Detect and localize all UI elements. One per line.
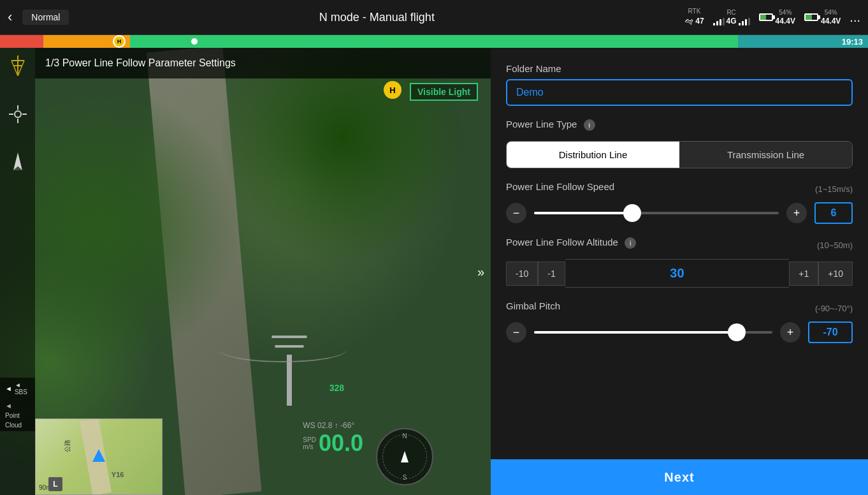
- follow-altitude-range: (10~50m): [817, 240, 853, 250]
- speed-slider-track[interactable]: [534, 212, 779, 214]
- sbs-arrow-icon: ◄: [5, 385, 12, 392]
- battery2-voltage: 44.4V: [821, 17, 841, 27]
- gimbal-plus-button[interactable]: +: [780, 322, 800, 343]
- gimbal-pitch-range: (-90~-70°): [815, 304, 853, 313]
- status-icons: RTK 🛩 47 RC 4G: [684, 7, 860, 27]
- compass-s: S: [403, 474, 407, 481]
- camera-panel: ◄ ◄ SBS ◄ Point Cloud 1/3 Power Line Fol…: [0, 48, 491, 495]
- power-tower: [270, 329, 308, 406]
- altitude-value-display: 30: [565, 259, 790, 288]
- compass-widget: N S: [376, 428, 433, 485]
- progress-marker: H: [113, 35, 126, 48]
- rc-signal: 4G: [727, 17, 737, 27]
- battery2-icon: [804, 13, 818, 21]
- power-line-type-section: Power Line Type i Distribution Line Tran…: [506, 119, 853, 168]
- svg-line-4: [18, 61, 24, 76]
- sbs-button[interactable]: ◄ ◄ SBS: [0, 378, 35, 399]
- altitude-stepper-row: -10 -1 30 +1 +10: [506, 259, 853, 288]
- power-line-type-toggle: Distribution Line Transmission Line: [506, 141, 853, 168]
- altitude-plus1-button[interactable]: +1: [789, 262, 818, 286]
- folder-name-input[interactable]: [506, 79, 853, 106]
- mini-map-waypoint: Y16: [112, 471, 159, 478]
- speed-minus-button[interactable]: −: [506, 203, 526, 223]
- altitude-plus10-button[interactable]: +10: [818, 262, 853, 286]
- follow-speed-section: Power Line Follow Speed (1~15m/s) − + 6: [506, 181, 853, 224]
- progress-dot: [191, 38, 198, 45]
- rtk-value: 47: [695, 17, 704, 27]
- speed-slider-thumb[interactable]: [623, 204, 641, 222]
- follow-altitude-section: Power Line Follow Altitude i (10~50m) -1…: [506, 237, 853, 288]
- battery1-percent: 54%: [779, 8, 792, 17]
- point-cloud-arrow-icon: ◄: [5, 402, 12, 410]
- altitude-value: 328: [329, 383, 344, 393]
- follow-speed-label: Power Line Follow Speed: [506, 181, 614, 192]
- speed-slider-fill: [534, 212, 632, 214]
- altitude-minus10-button[interactable]: -10: [506, 262, 538, 286]
- folder-name-label: Folder Name: [506, 63, 853, 74]
- rc-label: RC: [727, 8, 735, 17]
- chevron-right-icon[interactable]: »: [477, 264, 484, 279]
- gimbal-value-box[interactable]: -70: [808, 321, 853, 343]
- follow-altitude-label: Power Line Follow Altitude i: [506, 237, 636, 249]
- panel-header: 1/3 Power Line Follow Parameter Settings: [35, 48, 491, 78]
- svg-line-3: [11, 61, 18, 76]
- gimbal-slider-track[interactable]: [534, 331, 772, 334]
- 4g-signal-icon: [739, 18, 750, 26]
- progress-bar: H 19:13: [0, 35, 868, 48]
- gimbal-pitch-label: Gimbal Pitch: [506, 300, 560, 311]
- mini-map-arrow: [92, 449, 105, 462]
- signal-bars-icon: [713, 18, 725, 26]
- battery1-voltage: 44.4V: [776, 17, 795, 27]
- crosshair-icon[interactable]: [9, 105, 27, 127]
- more-button[interactable]: ...: [850, 10, 860, 25]
- power-line: [219, 337, 347, 362]
- battery1-icon: [759, 13, 773, 21]
- point-cloud-label2: Cloud: [5, 422, 22, 429]
- side-labels: ◄ ◄ SBS ◄ Point Cloud: [0, 378, 35, 431]
- gimbal-pitch-section: Gimbal Pitch (-90~-70°) − + -70: [506, 300, 853, 343]
- mini-map-inner: Y16 90m L 公路: [36, 419, 162, 494]
- gimbal-minus-button[interactable]: −: [506, 322, 526, 343]
- svg-point-5: [15, 111, 21, 117]
- mode-label[interactable]: Normal: [22, 10, 69, 25]
- telemetry-ws: WS 02.8 ↑ -66° SPDm/s 00.0: [303, 421, 363, 457]
- folder-name-section: Folder Name: [506, 63, 853, 106]
- power-line-type-info-icon[interactable]: i: [584, 119, 595, 131]
- speed-value-box[interactable]: 6: [814, 202, 853, 224]
- speed-slider-row: − + 6: [506, 202, 853, 224]
- tower-icon[interactable]: [9, 55, 27, 80]
- distribution-line-button[interactable]: Distribution Line: [507, 142, 679, 168]
- spd-label: SPDm/s: [303, 436, 316, 450]
- gimbal-slider-thumb[interactable]: [728, 323, 746, 341]
- speed-plus-button[interactable]: +: [786, 203, 807, 223]
- sbs-label: ◄ SBS: [15, 381, 30, 395]
- status-bar: ‹ Normal N mode - Manual flight RTK 🛩 47…: [0, 0, 868, 35]
- visible-light-label: Visible Light: [417, 87, 470, 97]
- flight-title: N mode - Manual flight: [69, 11, 684, 24]
- battery1: 54% 44.4V: [759, 8, 795, 27]
- visible-light-badge[interactable]: Visible Light: [410, 83, 478, 101]
- compass-ring: [382, 434, 427, 479]
- follow-altitude-info-icon[interactable]: i: [625, 237, 636, 249]
- rc-status: RC 4G: [713, 8, 750, 27]
- transmission-line-button[interactable]: Transmission Line: [679, 142, 852, 168]
- altitude-minus1-button[interactable]: -1: [538, 262, 565, 286]
- back-button[interactable]: ‹: [8, 9, 12, 26]
- gimbal-slider-fill: [534, 331, 737, 334]
- right-panel: Folder Name Power Line Type i Distributi…: [491, 48, 868, 495]
- progress-time: 19:13: [842, 37, 863, 47]
- wind-speed: WS 02.8 ↑ -66°: [303, 421, 363, 430]
- compass-icon[interactable]: [10, 152, 25, 174]
- next-button[interactable]: Next: [491, 459, 868, 495]
- h-marker-image: H: [384, 81, 401, 99]
- power-line-type-label: Power Line Type i: [506, 119, 595, 131]
- speed-value: 00.0: [319, 430, 363, 457]
- rtk-label: RTK: [688, 7, 701, 15]
- point-cloud-button[interactable]: ◄ Point Cloud: [0, 399, 35, 431]
- main-content: ◄ ◄ SBS ◄ Point Cloud 1/3 Power Line Fol…: [0, 48, 868, 495]
- gimbal-slider-row: − + -70: [506, 321, 853, 343]
- map-label: 公路: [63, 440, 72, 452]
- mini-map[interactable]: Y16 90m L 公路: [35, 418, 163, 495]
- battery2: 54% 44.4V: [804, 8, 841, 27]
- compass-n: N: [402, 432, 407, 440]
